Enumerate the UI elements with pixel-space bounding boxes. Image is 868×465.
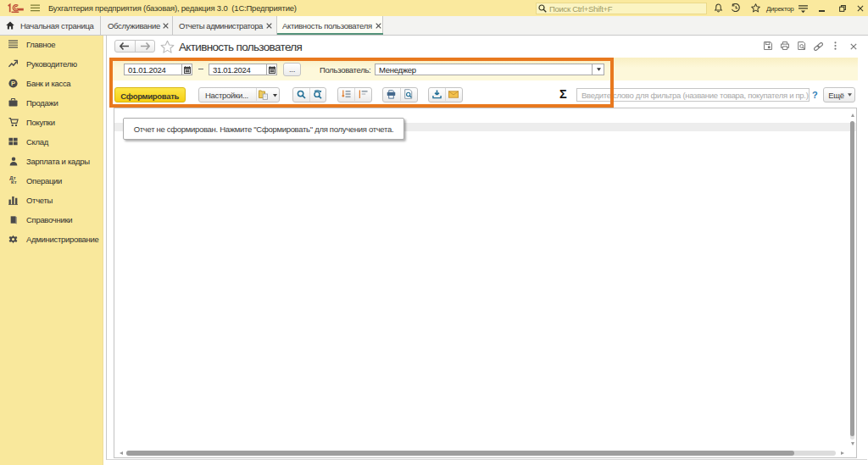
- svg-text:P: P: [11, 80, 15, 87]
